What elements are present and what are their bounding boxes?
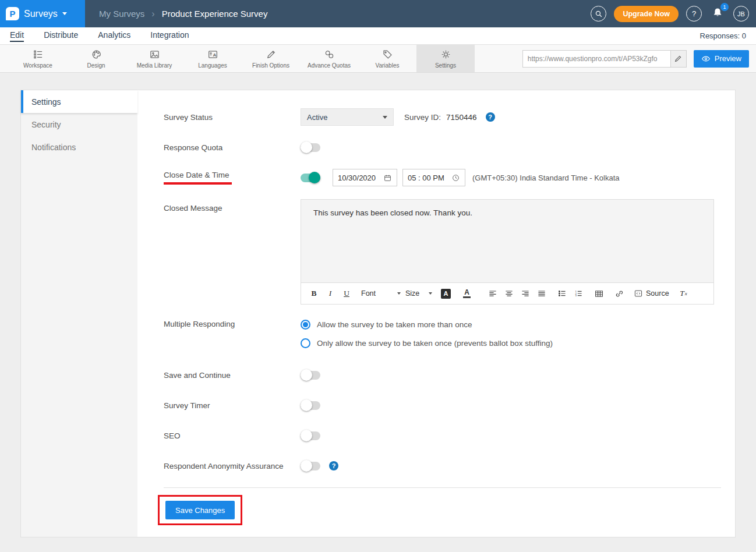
tab-analytics[interactable]: Analytics: [98, 30, 130, 42]
pencil-icon: [674, 54, 683, 63]
toggle-knob: [301, 460, 312, 472]
breadcrumb-current-survey: Product Experience Survey: [162, 9, 268, 19]
save-changes-button[interactable]: Save Changes: [165, 501, 235, 519]
remove-format-t: T: [680, 289, 684, 298]
edit-url-button[interactable]: [670, 51, 686, 67]
size-dropdown[interactable]: Size: [405, 286, 432, 300]
closed-message-row: Closed Message This survey has been clos…: [164, 199, 721, 305]
radio-option-once-only[interactable]: Only allow the survey to be taken once (…: [301, 336, 553, 350]
text-color-button[interactable]: A: [463, 286, 478, 300]
survey-timer-label: Survey Timer: [164, 401, 301, 410]
settings-sidebar: Settings Security Notifications: [21, 90, 137, 537]
toolbar-item-design[interactable]: Design: [67, 45, 125, 72]
align-left-button[interactable]: [487, 286, 499, 300]
font-dropdown[interactable]: Font: [361, 286, 401, 300]
response-quota-row: Response Quota: [164, 139, 721, 156]
insert-link-button[interactable]: [613, 286, 625, 300]
upgrade-now-button[interactable]: Upgrade Now: [614, 6, 679, 22]
closed-message-textarea[interactable]: This survey has been closed now. Thank y…: [301, 200, 713, 282]
survey-status-select[interactable]: Active: [301, 108, 394, 126]
workspace-icon: [33, 49, 44, 60]
toolbar-item-workspace[interactable]: Workspace: [9, 45, 67, 72]
finish-options-icon: [266, 49, 277, 60]
bullet-list-button[interactable]: [556, 286, 568, 300]
breadcrumb-my-surveys[interactable]: My Surveys: [99, 9, 144, 19]
toolbar-item-settings[interactable]: Settings: [416, 45, 475, 72]
seo-row: SEO: [164, 427, 721, 444]
numbered-list-button[interactable]: 123: [573, 286, 584, 300]
eye-icon: [701, 54, 711, 63]
radio-option-label: Allow the survey to be taken more than o…: [317, 320, 472, 329]
source-button[interactable]: Source: [634, 286, 669, 300]
tab-distribute[interactable]: Distribute: [44, 30, 78, 42]
tab-edit[interactable]: Edit: [10, 30, 24, 42]
media-library-icon: [149, 49, 160, 60]
italic-button[interactable]: I: [324, 286, 336, 300]
red-annotation-underline: Close Date & Time: [164, 171, 229, 185]
toolbar-item-finish-options[interactable]: Finish Options: [242, 45, 300, 72]
survey-timer-toggle[interactable]: [301, 401, 320, 410]
seo-toggle[interactable]: [301, 431, 320, 440]
multiple-responding-row: Multiple Responding Allow the survey to …: [164, 317, 721, 350]
background-color-icon: A: [441, 289, 451, 299]
toggle-knob: [301, 399, 312, 411]
toolbar-item-label: Variables: [376, 62, 400, 69]
help-button[interactable]: ?: [686, 6, 702, 22]
close-date-toggle[interactable]: [301, 174, 320, 182]
survey-id-help-icon[interactable]: ?: [486, 112, 495, 122]
remove-format-button[interactable]: Tx: [678, 286, 690, 300]
app-switcher[interactable]: P Surveys: [0, 0, 85, 27]
toggle-knob: [301, 141, 312, 153]
respondent-anonymity-toggle[interactable]: [301, 462, 320, 470]
close-date-row: Close Date & Time 10/30/2020 05 : 00 PM …: [164, 169, 721, 186]
variables-icon: [382, 49, 393, 60]
avatar[interactable]: JB: [733, 6, 749, 22]
settings-card: Settings Security Notifications Survey S…: [20, 90, 736, 537]
save-and-continue-label: Save and Continue: [164, 371, 301, 380]
font-dropdown-label: Font: [361, 289, 376, 298]
question-mark-icon: ?: [692, 9, 696, 18]
survey-id-value: 7150446: [446, 113, 477, 122]
toolbar-item-languages[interactable]: A Languages: [183, 45, 242, 72]
clock-icon: [451, 174, 460, 182]
radio-option-label: Only allow the survey to be taken once (…: [317, 339, 553, 348]
text-color-letter: A: [464, 289, 469, 296]
nav-row: Edit Distribute Analytics Integration Re…: [0, 27, 756, 45]
toolbar-item-media-library[interactable]: Media Library: [125, 45, 183, 72]
insert-table-button[interactable]: [593, 286, 605, 300]
save-and-continue-row: Save and Continue: [164, 366, 721, 384]
sidebar-item-label: Settings: [31, 97, 61, 107]
seo-label: SEO: [164, 431, 301, 440]
align-justify-button[interactable]: [536, 286, 547, 300]
search-button[interactable]: [591, 6, 606, 22]
notifications-button[interactable]: 1: [709, 6, 726, 22]
topbar-actions: Upgrade Now ? 1 JB: [591, 6, 756, 22]
align-right-button[interactable]: [520, 286, 531, 300]
notification-badge: 1: [720, 3, 729, 11]
close-date-input[interactable]: 10/30/2020: [333, 169, 397, 186]
survey-url-input[interactable]: [523, 51, 670, 67]
survey-status-value: Active: [307, 113, 327, 122]
sidebar-item-settings[interactable]: Settings: [21, 90, 137, 113]
close-date-label: Close Date & Time: [164, 171, 301, 185]
settings-gear-icon: [440, 49, 451, 60]
background-color-button[interactable]: A: [441, 286, 458, 300]
design-icon: [91, 49, 102, 60]
bold-button[interactable]: B: [308, 286, 320, 300]
align-left-icon: [488, 289, 497, 298]
sidebar-item-notifications[interactable]: Notifications: [21, 136, 137, 158]
toolbar-item-variables[interactable]: Variables: [358, 45, 416, 72]
respondent-anonymity-help-icon[interactable]: ?: [329, 461, 338, 470]
tab-integration[interactable]: Integration: [150, 30, 189, 42]
radio-option-multiple-allowed[interactable]: Allow the survey to be taken more than o…: [301, 317, 553, 331]
preview-button[interactable]: Preview: [694, 50, 749, 68]
response-quota-toggle[interactable]: [301, 143, 320, 152]
remove-format-x: x: [685, 291, 687, 296]
underline-button[interactable]: U: [341, 286, 352, 300]
save-and-continue-toggle[interactable]: [301, 371, 320, 380]
sidebar-item-security[interactable]: Security: [21, 113, 137, 136]
align-center-button[interactable]: [503, 286, 515, 300]
toolbar-item-advance-quotas[interactable]: Advance Quotas: [300, 45, 358, 72]
close-time-input[interactable]: 05 : 00 PM: [402, 169, 465, 186]
multiple-responding-label: Multiple Responding: [164, 317, 301, 328]
